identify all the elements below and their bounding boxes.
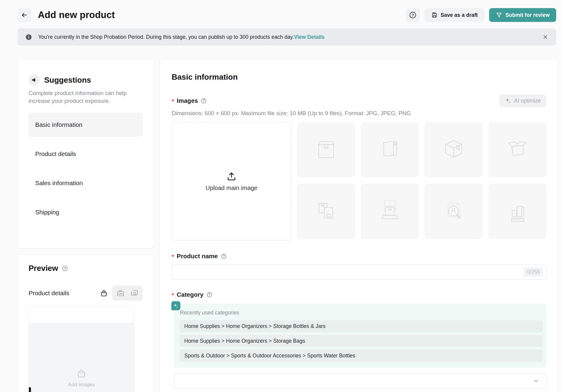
required-asterisk: *	[172, 98, 174, 105]
save-draft-button[interactable]: Save as a draft	[425, 8, 485, 22]
category-path: Home Supplies > Home Organizers > Storag…	[184, 323, 326, 329]
submit-for-review-button[interactable]: Submit for review	[489, 8, 556, 22]
close-icon	[542, 34, 548, 40]
save-draft-icon	[431, 12, 438, 18]
image-placeholder-tile	[361, 184, 419, 239]
preview-mode-icons: LIVE	[100, 286, 143, 301]
required-asterisk: *	[172, 292, 174, 299]
banner-text: You're currently in the Shop Probation P…	[38, 34, 294, 40]
box-dimensions-icon	[504, 198, 530, 224]
phone-scroll-indicator	[29, 387, 31, 392]
product-preview-phone: Add images	[29, 306, 134, 392]
images-field-header: * Images ? AI optimize	[172, 94, 546, 107]
basic-information-section: Basic information * Images ? AI optimize…	[160, 59, 558, 392]
sidebar-item-basic-information[interactable]: Basic information	[29, 113, 143, 137]
content-columns: Suggestions Complete product information…	[17, 59, 556, 392]
box-isometric-icon	[441, 137, 467, 163]
sidebar-item-product-details[interactable]: Product details	[29, 142, 143, 166]
ai-optimize-label: AI optimize	[514, 98, 541, 104]
product-name-field: * Product name ? 0/255	[172, 253, 546, 280]
box-display-icon	[377, 198, 403, 224]
section-title: Basic information	[172, 72, 546, 82]
svg-text:?: ?	[223, 255, 225, 258]
image-placeholder-tile	[488, 122, 546, 177]
suggestions-description: Complete product information can help in…	[29, 89, 143, 105]
nav-item-label: Basic information	[35, 121, 82, 128]
preview-toolbar: Product details LIVE	[29, 286, 143, 301]
ai-optimize-button[interactable]: AI optimize	[499, 94, 546, 107]
category-field: * Category ? Recently used categories Ho…	[172, 291, 546, 389]
phone-top-bar	[29, 306, 134, 323]
back-button[interactable]	[17, 8, 31, 22]
left-column: Suggestions Complete product information…	[17, 59, 154, 392]
box-side-icon	[377, 137, 403, 163]
chevron-down-icon	[533, 378, 539, 384]
probation-banner: You're currently in the Shop Probation P…	[17, 28, 556, 46]
category-label: Category	[177, 291, 204, 298]
upload-icon	[226, 171, 237, 182]
recent-category-item[interactable]: Home Supplies > Home Organizers > Storag…	[179, 320, 543, 332]
sidebar-item-sales-information[interactable]: Sales information	[29, 171, 143, 195]
question-circle-icon[interactable]: ?	[62, 265, 68, 272]
submit-funnel-icon	[496, 12, 502, 18]
preview-pill: LIVE	[112, 286, 143, 301]
box-mailer-icon	[313, 198, 339, 224]
images-label-row: * Images ?	[172, 97, 207, 104]
megaphone-icon	[29, 74, 40, 86]
suggestions-card: Suggestions Complete product information…	[17, 59, 154, 248]
product-name-input[interactable]	[176, 265, 524, 279]
image-placeholder-tile	[297, 122, 355, 177]
nav-item-label: Shipping	[35, 209, 59, 216]
svg-text:?: ?	[203, 99, 205, 103]
recent-categories-title: Recently used categories	[180, 310, 543, 316]
preview-header: Preview ?	[29, 264, 143, 273]
upload-main-image-dropzone[interactable]: Upload main image	[172, 122, 291, 240]
category-path: Home Supplies > Home Organizers > Storag…	[184, 338, 305, 344]
image-placeholder-tile	[425, 122, 483, 177]
svg-text:?: ?	[208, 293, 210, 296]
suggestions-title: Suggestions	[44, 75, 91, 85]
suggestions-header: Suggestions	[29, 74, 143, 86]
nav-item-label: Product details	[35, 150, 76, 158]
product-name-label: Product name	[177, 253, 218, 260]
info-circle-icon	[25, 34, 32, 41]
images-label: Images	[177, 97, 198, 104]
image-placeholder-tile	[361, 122, 419, 177]
image-placeholder-grid	[297, 122, 546, 240]
image-placeholder-tile	[297, 184, 355, 239]
shopping-bag-icon[interactable]	[100, 289, 108, 297]
recent-categories-panel: Recently used categories Home Supplies >…	[174, 304, 546, 368]
images-hint: Dimensions: 600 × 600 px. Maximum file s…	[172, 110, 546, 117]
category-label-row: * Category ?	[172, 291, 546, 298]
ai-sparkle-badge[interactable]	[171, 301, 180, 310]
recent-category-item[interactable]: Home Supplies > Home Organizers > Storag…	[179, 335, 543, 347]
arrow-left-icon	[21, 11, 28, 19]
help-button[interactable]: ?	[406, 8, 420, 22]
question-circle-icon[interactable]: ?	[206, 292, 213, 298]
preview-subtitle: Product details	[29, 289, 69, 297]
sidebar-item-shipping[interactable]: Shipping	[29, 200, 143, 224]
question-circle-icon[interactable]: ?	[221, 253, 227, 259]
header-actions: ? Save as a draft Submit for review	[406, 8, 556, 22]
live-tv-icon[interactable]: LIVE	[116, 289, 125, 297]
character-counter: 0/255	[524, 268, 543, 277]
view-details-link[interactable]: View Details	[294, 34, 325, 40]
recent-category-item[interactable]: Sports & Outdoor > Sports & Outdoor Acce…	[179, 350, 543, 362]
add-images-label: Add images	[68, 382, 95, 388]
banner-close-button[interactable]	[542, 34, 548, 40]
question-circle-icon: ?	[409, 11, 417, 19]
product-name-label-row: * Product name ?	[172, 253, 546, 260]
category-select-dropdown[interactable]	[174, 373, 546, 389]
sparkle-icon	[505, 97, 511, 104]
required-asterisk: *	[172, 253, 174, 260]
page-search-icon[interactable]	[130, 289, 139, 297]
image-placeholder-tile	[425, 184, 483, 239]
box-front-icon	[313, 137, 339, 163]
nav-item-label: Sales information	[35, 179, 83, 187]
question-circle-icon[interactable]: ?	[201, 98, 207, 104]
box-open-icon	[504, 137, 530, 163]
box-inspect-icon	[441, 198, 467, 224]
phone-image-area: Add images	[29, 323, 134, 392]
svg-text:?: ?	[411, 13, 414, 17]
page-header: Add new product ? Save as a draft Submit…	[0, 0, 561, 22]
